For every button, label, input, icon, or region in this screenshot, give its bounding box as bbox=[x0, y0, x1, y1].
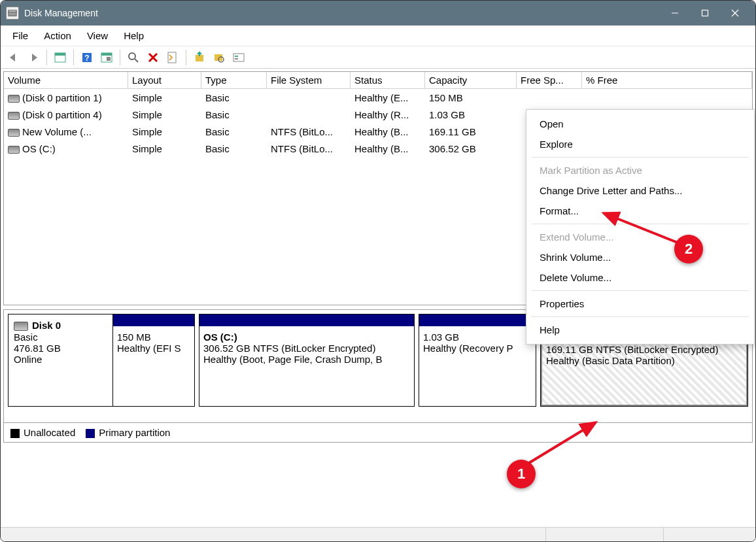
volume-list-header: Volume Layout Type File System Status Ca… bbox=[4, 72, 752, 89]
legend: Unallocated Primary partition bbox=[3, 423, 753, 443]
volume-type: Basic bbox=[201, 142, 267, 156]
delete-button[interactable] bbox=[144, 48, 162, 67]
toolbar-separator bbox=[120, 50, 120, 65]
col-layout[interactable]: Layout bbox=[128, 72, 201, 89]
col-volume[interactable]: Volume bbox=[4, 72, 128, 89]
svg-rect-21 bbox=[235, 58, 238, 59]
svg-text:?: ? bbox=[84, 54, 89, 63]
volume-type: Basic bbox=[201, 125, 267, 139]
disk-icon bbox=[8, 95, 20, 103]
back-button[interactable] bbox=[5, 48, 23, 67]
minimize-button[interactable] bbox=[660, 1, 690, 25]
disk-size: 476.81 GB bbox=[14, 343, 107, 354]
volume-fs: NTFS (BitLo... bbox=[267, 125, 351, 139]
disk-icon bbox=[8, 129, 20, 137]
volume-capacity: 306.52 GB bbox=[425, 142, 517, 156]
help-button[interactable]: ? bbox=[78, 48, 96, 67]
status-bar bbox=[1, 527, 755, 541]
close-button[interactable] bbox=[720, 1, 750, 25]
volume-fs: NTFS (BitLo... bbox=[267, 142, 351, 156]
volume-row[interactable]: (Disk 0 partition 1) Simple Basic Health… bbox=[4, 89, 752, 106]
disk-icon bbox=[8, 146, 20, 154]
partition-status: Healthy (Recovery P bbox=[423, 343, 532, 354]
partition[interactable]: 1.03 GB Healthy (Recovery P bbox=[419, 314, 536, 407]
volume-name: (Disk 0 partition 1) bbox=[22, 92, 102, 103]
col-capacity[interactable]: Capacity bbox=[425, 72, 517, 89]
menu-help[interactable]: Help bbox=[116, 27, 152, 44]
menu-separator bbox=[532, 224, 749, 224]
menu-shrink-volume[interactable]: Shrink Volume... bbox=[526, 247, 754, 267]
col-filesystem[interactable]: File System bbox=[267, 72, 351, 89]
settings-button[interactable] bbox=[97, 48, 116, 67]
volume-status: Healthy (E... bbox=[351, 91, 425, 105]
volume-layout: Simple bbox=[128, 108, 201, 122]
app-icon bbox=[6, 7, 19, 20]
partition[interactable]: OS (C:) 306.52 GB NTFS (BitLocker Encryp… bbox=[199, 314, 415, 407]
status-pane bbox=[1, 528, 546, 541]
partition-status: Healthy (Basic Data Partition) bbox=[546, 355, 742, 366]
menu-bar: File Action View Help bbox=[1, 25, 755, 46]
disk-icon bbox=[14, 322, 28, 331]
partition-size: 169.11 GB NTFS (BitLocker Encrypted) bbox=[546, 344, 742, 355]
window-title: Disk Management bbox=[24, 8, 660, 18]
disk-status: Online bbox=[14, 354, 107, 365]
menu-view[interactable]: View bbox=[79, 27, 116, 44]
volume-status: Healthy (B... bbox=[351, 125, 425, 139]
partition-size: 1.03 GB bbox=[423, 331, 532, 343]
volume-fs bbox=[267, 96, 351, 99]
col-status[interactable]: Status bbox=[351, 72, 425, 89]
menu-action[interactable]: Action bbox=[36, 27, 79, 44]
volume-type: Basic bbox=[201, 108, 267, 122]
partition-title: OS (C:) bbox=[203, 331, 410, 343]
annotation-2: 2 bbox=[674, 235, 703, 263]
disk-info[interactable]: Disk 0 Basic 476.81 GB Online bbox=[8, 314, 112, 407]
show-hide-console-tree-button[interactable] bbox=[51, 48, 69, 67]
menu-open[interactable]: Open bbox=[526, 114, 754, 134]
menu-format[interactable]: Format... bbox=[526, 201, 754, 221]
menu-separator bbox=[532, 290, 749, 291]
swatch-primary-icon bbox=[86, 429, 95, 438]
svg-rect-11 bbox=[101, 53, 112, 56]
menu-properties[interactable]: Properties bbox=[526, 294, 754, 314]
partition-bar bbox=[419, 314, 536, 326]
volume-type: Basic bbox=[201, 91, 267, 105]
partition-bar bbox=[113, 314, 194, 326]
toolbar-separator bbox=[73, 50, 74, 65]
menu-explore[interactable]: Explore bbox=[526, 134, 754, 154]
partition-bar bbox=[199, 314, 414, 326]
legend-primary: Primary partition bbox=[86, 427, 170, 438]
partition-status: Healthy (Boot, Page File, Crash Dump, B bbox=[203, 354, 410, 365]
menu-help[interactable]: Help bbox=[526, 320, 754, 340]
svg-point-13 bbox=[129, 53, 135, 59]
menu-delete-volume[interactable]: Delete Volume... bbox=[526, 267, 754, 288]
title-bar: Disk Management bbox=[1, 1, 755, 25]
col-type[interactable]: Type bbox=[201, 72, 267, 89]
maximize-button[interactable] bbox=[690, 1, 720, 25]
menu-mark-partition-active: Mark Partition as Active bbox=[526, 160, 754, 180]
toolbar-separator bbox=[46, 50, 47, 65]
disk-name: Disk 0 bbox=[32, 320, 61, 331]
properties-button[interactable] bbox=[163, 48, 182, 67]
col-percent-free[interactable]: % Free bbox=[582, 72, 752, 89]
disk-type: Basic bbox=[14, 331, 107, 343]
volume-name: OS (C:) bbox=[22, 143, 56, 154]
action-button-1[interactable] bbox=[190, 48, 209, 67]
status-pane bbox=[546, 528, 664, 541]
menu-extend-volume: Extend Volume... bbox=[526, 227, 754, 247]
partition[interactable]: 150 MB Healthy (EFI S bbox=[112, 314, 195, 407]
forward-button[interactable] bbox=[24, 48, 43, 67]
action-button-2[interactable] bbox=[210, 48, 228, 67]
partition-size: 150 MB bbox=[117, 331, 190, 343]
svg-rect-12 bbox=[107, 57, 111, 61]
menu-file[interactable]: File bbox=[5, 27, 36, 44]
action-button-3[interactable] bbox=[230, 48, 248, 67]
context-menu: Open Explore Mark Partition as Active Ch… bbox=[526, 109, 755, 345]
refresh-button[interactable] bbox=[124, 48, 143, 67]
toolbar: ? bbox=[1, 46, 755, 69]
menu-separator bbox=[532, 316, 749, 317]
annotation-1: 1 bbox=[507, 460, 536, 488]
legend-unallocated: Unallocated bbox=[10, 427, 75, 438]
menu-change-drive-letter[interactable]: Change Drive Letter and Paths... bbox=[526, 180, 754, 201]
col-free-space[interactable]: Free Sp... bbox=[517, 72, 582, 89]
partition-status: Healthy (EFI S bbox=[117, 343, 190, 354]
